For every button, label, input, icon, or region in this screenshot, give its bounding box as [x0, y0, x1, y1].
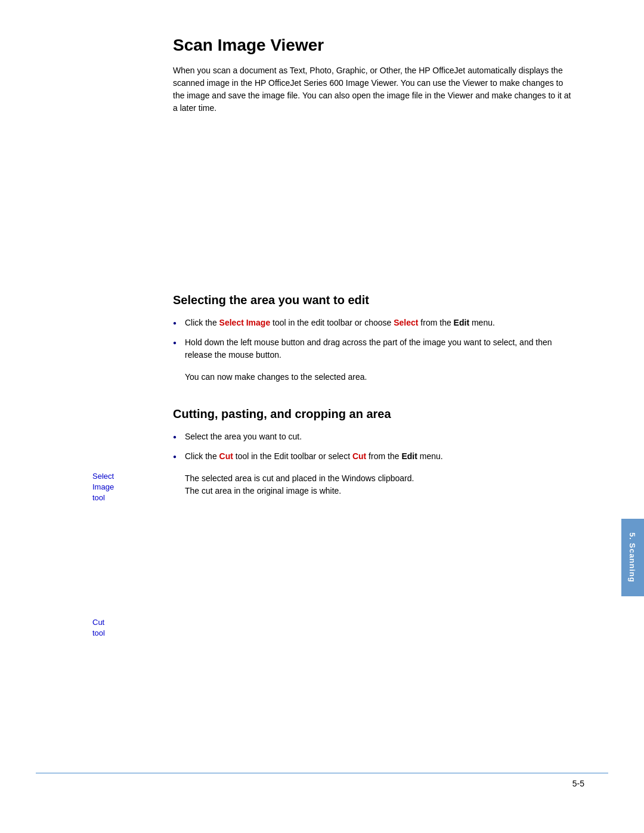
scanning-tab: 5. Scanning: [621, 519, 644, 596]
section2-bullet1: Select the area you want to cut.: [173, 431, 572, 443]
section1-bullet2: Hold down the left mouse button and drag…: [173, 336, 572, 361]
section-cutting: Cutting, pasting, and cropping an area S…: [173, 407, 572, 497]
cut-link1[interactable]: Cut: [219, 451, 233, 461]
section1-bullet1-post: from the: [418, 318, 453, 327]
intro-paragraph: When you scan a document as Text, Photo,…: [173, 64, 572, 114]
section-selecting: Selecting the area you want to edit Clic…: [173, 293, 572, 383]
page-container: Scan Image Viewer When you scan a docume…: [0, 0, 644, 833]
cut-tool-text: Cuttool: [92, 618, 105, 637]
section2-note-line2: The cut area in the original image is wh…: [185, 486, 341, 496]
content-area: Scan Image Viewer When you scan a docume…: [173, 36, 584, 497]
select-image-tool-text: SelectImagetool: [92, 472, 114, 502]
section2-bullet2-mid: tool in the Edit toolbar or select: [233, 451, 352, 461]
section1-title: Selecting the area you want to edit: [173, 293, 572, 307]
bottom-divider: [36, 773, 608, 773]
section2-bullet2: Click the Cut tool in the Edit toolbar o…: [173, 450, 572, 463]
select-link[interactable]: Select: [394, 318, 418, 327]
cut-link2[interactable]: Cut: [352, 451, 366, 461]
select-image-link[interactable]: Select Image: [219, 318, 271, 327]
section2-bullet-list: Select the area you want to cut. Click t…: [173, 431, 572, 463]
edit-bold-2: Edit: [401, 451, 417, 461]
section2-bullet2-end: menu.: [417, 451, 443, 461]
section2-bullet2-post: from the: [366, 451, 401, 461]
section2-note-line1: The selected area is cut and placed in t…: [185, 473, 414, 483]
section1-bullet1-pre: Click the: [185, 318, 219, 327]
section2-note: The selected area is cut and placed in t…: [185, 472, 572, 497]
scanning-tab-text: 5. Scanning: [628, 532, 637, 583]
section1-bullet1-mid: tool in the edit toolbar or choose: [270, 318, 394, 327]
section1-bullet-list: Click the Select Image tool in the edit …: [173, 317, 572, 361]
section1-bullet1: Click the Select Image tool in the edit …: [173, 317, 572, 329]
select-image-tool-label: SelectImagetool: [92, 471, 114, 504]
section1-bullet1-end: menu.: [469, 318, 495, 327]
section2-bullet2-pre: Click the: [185, 451, 219, 461]
cut-tool-label: Cuttool: [92, 617, 105, 639]
edit-bold-1: Edit: [454, 318, 469, 327]
page-number: 5-5: [572, 779, 584, 788]
section1-note: You can now make changes to the selected…: [185, 371, 572, 383]
section2-title: Cutting, pasting, and cropping an area: [173, 407, 572, 421]
page-title: Scan Image Viewer: [173, 36, 572, 55]
